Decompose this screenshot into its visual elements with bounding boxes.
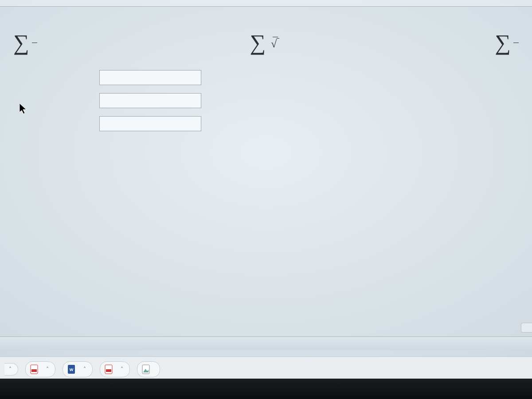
chevron-up-icon: ˄ <box>46 366 49 372</box>
question-area: ∑ ∑ <box>0 7 532 149</box>
fraction-c <box>513 42 519 44</box>
answer-input-b[interactable] <box>99 93 201 108</box>
chevron-up-icon: ˄ <box>9 366 12 372</box>
completion-status-bar <box>0 0 532 7</box>
pdf-file-icon <box>30 364 38 374</box>
sqrt-icon: √ <box>271 38 279 50</box>
download-item[interactable]: ˄ <box>100 361 130 377</box>
answer-row-c <box>9 116 519 131</box>
sigma-symbol: ∑ <box>250 33 266 52</box>
sigma-symbol: ∑ <box>13 33 29 52</box>
fraction-a <box>32 42 37 44</box>
answer-rows <box>9 70 519 131</box>
chevron-up-icon: ˄ <box>121 366 123 372</box>
sigma-icon: ∑ <box>13 33 29 52</box>
pdf-file-icon <box>105 364 113 374</box>
radical-symbol: √ <box>271 38 277 50</box>
fraction-b: √ <box>268 36 282 50</box>
save-submit-instructions <box>0 336 532 350</box>
formula-b: ∑ √ <box>246 33 282 52</box>
chevron-up-icon: ˄ <box>83 366 86 372</box>
svg-text:W: W <box>70 368 74 372</box>
formula-row: ∑ ∑ <box>9 33 519 52</box>
sigma-symbol: ∑ <box>495 33 511 52</box>
sigma-icon: ∑ <box>495 33 511 52</box>
answer-row-a <box>9 70 519 85</box>
fraction-c-den <box>513 43 519 44</box>
download-shelf: ˄ ˄ W ˄ ˄ <box>0 356 532 381</box>
formula-c: ∑ <box>490 33 519 52</box>
save-all-answers-button[interactable] <box>521 323 532 332</box>
download-item[interactable] <box>137 361 160 377</box>
docx-file-icon: W <box>67 364 75 374</box>
download-item[interactable]: ˄ <box>4 363 18 376</box>
screen-surface: ∑ ∑ <box>0 0 532 381</box>
laptop-bezel <box>0 379 532 399</box>
svg-rect-5 <box>106 369 111 372</box>
fraction-b-den: √ <box>268 37 282 50</box>
formula-a: ∑ <box>9 33 37 52</box>
image-file-icon <box>142 364 150 374</box>
fraction-a-den <box>32 43 37 44</box>
sqrt-body <box>277 38 279 39</box>
answer-row-b <box>9 93 519 108</box>
answer-input-a[interactable] <box>99 70 201 85</box>
download-item[interactable]: W ˄ <box>63 361 93 377</box>
sigma-icon: ∑ <box>250 33 266 52</box>
download-item[interactable]: ˄ <box>25 361 55 377</box>
svg-rect-1 <box>31 369 37 372</box>
answer-input-c[interactable] <box>99 116 201 131</box>
